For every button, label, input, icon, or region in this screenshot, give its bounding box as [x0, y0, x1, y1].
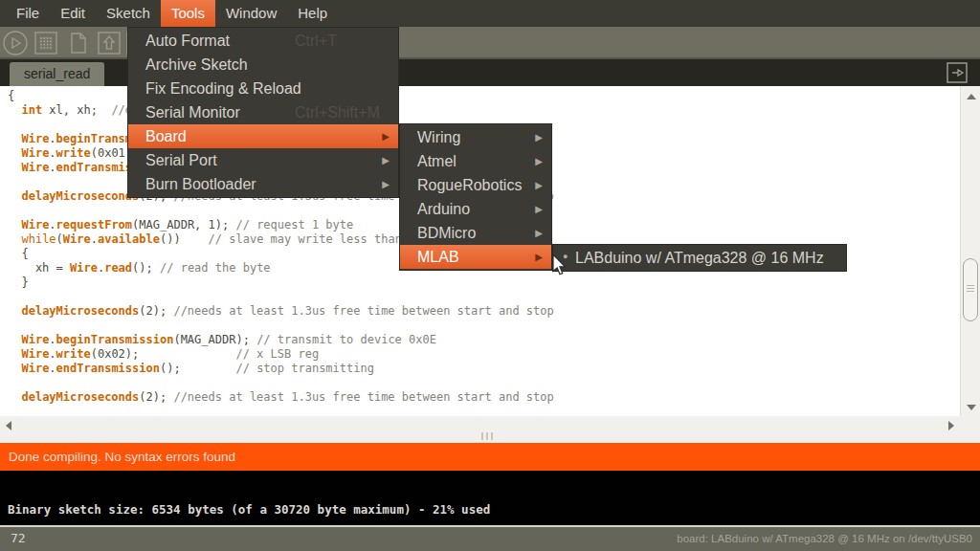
- tools-menu-item-burn-bootloader[interactable]: Burn Bootloader▶: [128, 172, 398, 196]
- menubar-item-edit[interactable]: Edit: [50, 0, 96, 27]
- code-line: [8, 290, 960, 304]
- submenu-arrow-icon: ▶: [535, 245, 543, 269]
- menu-item-label: BDMicro: [400, 225, 476, 241]
- menu-item-label: MLAB: [400, 249, 459, 265]
- menu-item-label: Wiring: [400, 129, 460, 145]
- board-submenu-item-wiring[interactable]: Wiring▶: [400, 125, 551, 149]
- menu-item-label: RogueRobotics: [400, 177, 522, 193]
- compile-status-bar: Done compiling. No syntax errors found: [0, 443, 980, 471]
- menu-item-label: Serial Monitor: [128, 104, 240, 121]
- submenu-arrow-icon: ▶: [382, 172, 390, 196]
- menu-item-label: Serial Port: [128, 152, 217, 168]
- console-output: Binary sketch size: 6534 bytes (of a 307…: [0, 471, 980, 527]
- menubar: FileEditSketchToolsWindowHelp: [0, 0, 980, 27]
- menubar-item-window[interactable]: Window: [215, 0, 287, 27]
- menu-item-label: Atmel: [400, 153, 457, 169]
- console-text: Binary sketch size: 6534 bytes (of a 307…: [0, 471, 980, 517]
- submenu-arrow-icon: ▶: [382, 148, 390, 172]
- vertical-scrollbar-thumb[interactable]: [963, 258, 978, 321]
- submenu-arrow-icon: ▶: [535, 149, 543, 173]
- menu-shortcut: Ctrl+Shift+M: [295, 100, 380, 124]
- tools-menu-item-fix-encoding-reload[interactable]: Fix Encoding & Reload: [128, 77, 398, 100]
- tools-menu-item-auto-format[interactable]: Auto FormatCtrl+T: [128, 29, 398, 53]
- menubar-item-help[interactable]: Help: [287, 0, 338, 27]
- menu-shortcut: Ctrl+T: [295, 29, 337, 53]
- tools-menu-item-serial-monitor[interactable]: Serial MonitorCtrl+Shift+M: [128, 100, 398, 124]
- menu-item-label: LABduino w/ ATmega328 @ 16 MHz: [553, 250, 824, 266]
- board-submenu-item-arduino[interactable]: Arduino▶: [400, 197, 551, 221]
- menu-item-label: Board: [128, 128, 187, 144]
- menubar-item-tools[interactable]: Tools: [161, 0, 215, 27]
- tools-menu-item-serial-port[interactable]: Serial Port▶: [128, 148, 398, 172]
- scroll-left-icon[interactable]: [6, 421, 11, 430]
- code-line: delayMicroseconds(2); //needs at least 1…: [8, 390, 960, 405]
- tab-serial-read[interactable]: serial_read: [10, 62, 104, 86]
- tools-menu: Auto FormatCtrl+TArchive SketchFix Encod…: [127, 27, 399, 198]
- mlab-submenu-item-labduino-w-atmega328-16-mhz[interactable]: ●LABduino w/ ATmega328 @ 16 MHz: [553, 246, 846, 270]
- stop-icon[interactable]: [33, 30, 59, 56]
- bottom-statusbar: 72 board: LABduino w/ ATmega328 @ 16 MHz…: [0, 527, 980, 551]
- board-submenu-item-atmel[interactable]: Atmel▶: [400, 149, 551, 173]
- submenu-arrow-icon: ▶: [535, 173, 543, 197]
- splitter-grip-icon[interactable]: [481, 432, 493, 440]
- board-submenu-item-mlab[interactable]: MLAB▶: [400, 245, 551, 269]
- code-line: [8, 319, 960, 333]
- submenu-arrow-icon: ▶: [382, 124, 390, 148]
- board-submenu-item-roguerobotics[interactable]: RogueRobotics▶: [400, 173, 551, 197]
- code-line: }: [8, 276, 960, 290]
- tools-menu-item-board[interactable]: Board▶: [128, 124, 398, 148]
- menu-item-label: Arduino: [400, 201, 470, 217]
- board-submenu-item-bdmicro[interactable]: BDMicro▶: [400, 221, 551, 245]
- code-line: [8, 376, 960, 390]
- mlab-submenu: ●LABduino w/ ATmega328 @ 16 MHz: [552, 244, 847, 272]
- menubar-item-file[interactable]: File: [6, 0, 50, 27]
- menu-item-label: Archive Sketch: [128, 56, 248, 73]
- code-line: Wire.endTransmission(); // stop transmit…: [8, 362, 960, 376]
- verify-icon[interactable]: [2, 30, 29, 56]
- menu-item-label: Fix Encoding & Reload: [128, 80, 301, 97]
- code-line: Wire.beginTransmission(MAG_ADDR); // tra…: [8, 333, 960, 347]
- mouse-cursor-icon: [552, 254, 567, 276]
- board-port-info: board: LABduino w/ ATmega328 @ 16 MHz on…: [677, 533, 972, 544]
- tools-menu-item-archive-sketch[interactable]: Archive Sketch: [128, 53, 398, 77]
- menu-item-label: Auto Format: [128, 33, 230, 49]
- open-icon[interactable]: [96, 30, 122, 56]
- submenu-arrow-icon: ▶: [535, 221, 543, 245]
- menu-item-label: Burn Bootloader: [128, 176, 256, 192]
- submenu-arrow-icon: ▶: [535, 197, 543, 221]
- vertical-scrollbar[interactable]: [960, 86, 980, 416]
- code-line: delayMicroseconds(2); //needs at least 1…: [8, 304, 960, 319]
- menubar-item-sketch[interactable]: Sketch: [96, 0, 161, 27]
- line-number: 72: [11, 531, 26, 545]
- tab-menu-arrow-icon[interactable]: [946, 62, 969, 83]
- new-sketch-icon[interactable]: [65, 30, 92, 56]
- submenu-arrow-icon: ▶: [535, 125, 543, 149]
- scroll-right-icon[interactable]: [948, 421, 954, 430]
- scroll-up-icon[interactable]: [967, 94, 976, 99]
- board-submenu: Wiring▶Atmel▶RogueRobotics▶Arduino▶BDMic…: [399, 123, 552, 271]
- horizontal-scrollbar[interactable]: [0, 416, 980, 443]
- scroll-down-icon[interactable]: [967, 405, 976, 410]
- code-line: Wire.write(0x02); // x LSB reg: [8, 347, 960, 362]
